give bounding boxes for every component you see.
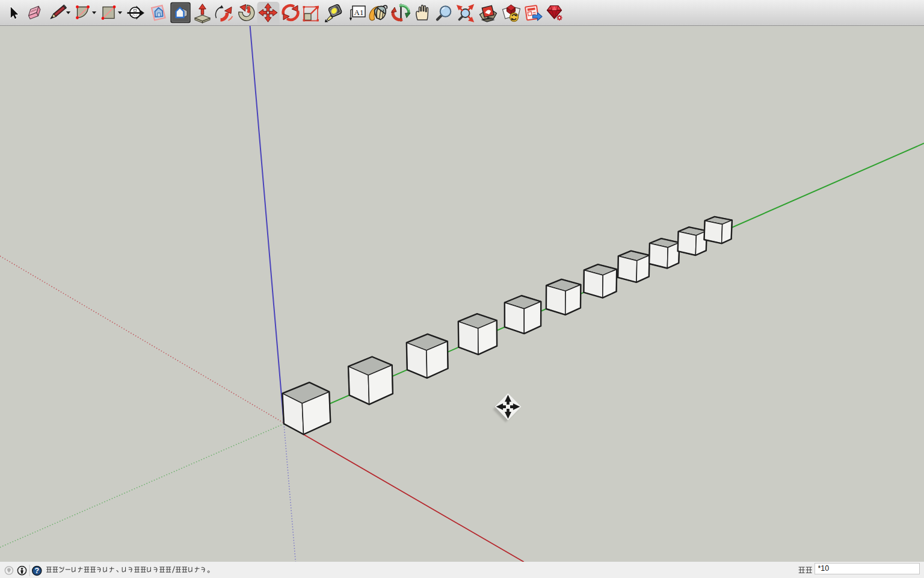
svg-text:?: ?	[34, 567, 39, 575]
svg-text:A1: A1	[354, 8, 364, 17]
